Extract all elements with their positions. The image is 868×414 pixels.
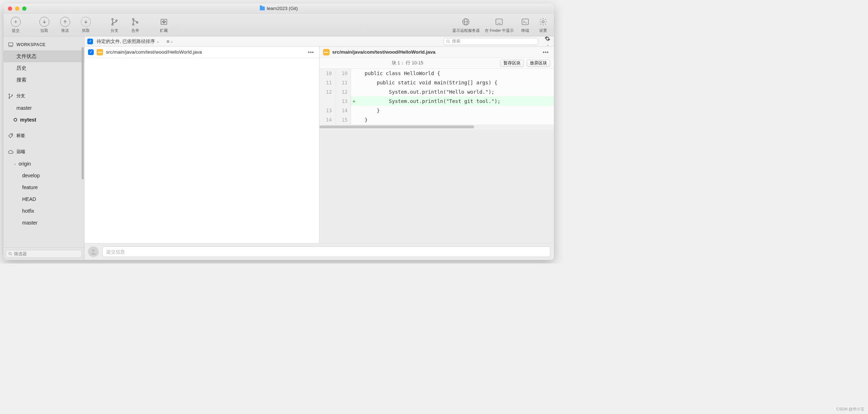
branch-button[interactable]: 分支	[105, 17, 124, 33]
chevron-down-icon: ⌄	[156, 39, 159, 43]
old-line-number: 14	[320, 115, 335, 124]
code-text: public class HelloWorld {	[357, 69, 554, 78]
push-button[interactable]: 推送	[56, 17, 74, 33]
sidebar-branch-mytest[interactable]: mytest	[4, 114, 84, 125]
code-text: }	[357, 106, 554, 115]
old-line-number: 10	[320, 69, 335, 78]
sidebar-remote-feature[interactable]: feature	[4, 181, 84, 193]
stage-hunk-button[interactable]: 暂存区块	[500, 60, 524, 67]
svg-point-5	[112, 18, 113, 20]
commit-message-input[interactable]	[102, 246, 550, 257]
view-mode-dropdown[interactable]: ≡ ⌄	[166, 39, 173, 44]
diff-line[interactable]: 1111 public static void main(String[] ar…	[320, 78, 554, 87]
search-input[interactable]: 搜索	[444, 38, 538, 45]
filter-settings-button[interactable]: ⌄	[545, 36, 551, 47]
sidebar-filter-input[interactable]	[6, 250, 82, 258]
globe-icon	[461, 17, 471, 27]
show-in-finder-button[interactable]: 在 Finder 中显示	[483, 17, 515, 33]
svg-rect-29	[9, 43, 13, 45]
gear-icon	[545, 36, 550, 41]
diff-line[interactable]: 1314 }	[320, 106, 554, 115]
current-branch-icon	[14, 118, 17, 122]
merge-button[interactable]: 合并	[126, 17, 145, 33]
diff-marker	[351, 115, 357, 124]
show-remote-button[interactable]: 显示远程服务器	[451, 17, 481, 33]
sidebar-remote-develop[interactable]: develop	[4, 169, 84, 181]
discard-hunk-button[interactable]: 放弃区块	[527, 60, 550, 67]
commit-bar	[84, 243, 554, 260]
old-line-number: 12	[320, 87, 335, 97]
pull-button[interactable]: 拉取	[35, 17, 54, 33]
svg-point-28	[542, 21, 544, 23]
svg-point-33	[12, 95, 13, 96]
sidebar-remote-origin[interactable]: ⌄ origin	[4, 158, 84, 169]
sidebar-scrollbar[interactable]	[82, 47, 84, 179]
sidebar-header-remotes[interactable]: 远端	[4, 146, 84, 158]
diff-line[interactable]: 1212 System.out.println("Hello world.");	[320, 87, 554, 97]
svg-point-9	[132, 24, 134, 25]
filter-bar: ✓ 待定的文件, 已依照路径排序 ⌄ ≡ ⌄ 搜索 ⌄	[84, 36, 554, 46]
commit-button[interactable]: 提交	[6, 17, 25, 33]
hunk-header: 块 1： 行 10-15 暂存区块 放弃区块	[320, 58, 554, 69]
diff-marker	[351, 78, 357, 87]
file-list-pane: ✓ ••• src/main/java/com/test/wood/HelloW…	[84, 46, 319, 243]
diff-line[interactable]: 1415 }	[320, 115, 554, 124]
arrow-up-circle-icon	[60, 17, 70, 27]
file-checkbox[interactable]: ✓	[88, 49, 94, 55]
file-actions-button[interactable]: •••	[307, 49, 316, 55]
window-title-text: learn2023 (Git)	[267, 6, 298, 11]
svg-rect-26	[522, 19, 528, 25]
code-text: System.out.println("Test git tool.");	[357, 97, 554, 106]
svg-point-37	[92, 249, 95, 252]
merge-icon	[130, 17, 140, 27]
close-icon[interactable]	[8, 6, 12, 11]
new-line-number: 15	[335, 115, 351, 124]
diff-line[interactable]: 1010 public class HelloWorld {	[320, 69, 554, 78]
diff-file-header: ••• src/main/java/com/test/wood/HelloWor…	[320, 46, 554, 58]
diff-marker	[351, 69, 357, 78]
old-line-number	[320, 97, 335, 106]
sidebar-item-search[interactable]: 搜索	[4, 74, 84, 86]
sidebar-item-file-status[interactable]: 文件状态	[4, 50, 84, 62]
branch-icon	[109, 17, 120, 27]
minimize-icon[interactable]	[15, 6, 19, 11]
sidebar-header-tags[interactable]: 标签	[4, 130, 84, 142]
cloud-icon	[8, 149, 14, 155]
terminal-button[interactable]: 终端	[517, 17, 533, 33]
code-text: System.out.println("Hello world.");	[357, 87, 554, 97]
sort-dropdown[interactable]: 待定的文件, 已依照路径排序 ⌄	[97, 38, 159, 45]
sidebar-branch-master[interactable]: master	[4, 102, 84, 114]
gear-icon	[538, 17, 548, 27]
svg-point-8	[132, 18, 134, 20]
fetch-button[interactable]: 抓取	[77, 17, 95, 33]
diff-pane: ••• src/main/java/com/test/wood/HelloWor…	[319, 46, 554, 243]
sidebar-item-history[interactable]: 历史	[4, 62, 84, 74]
app-window: learn2023 (Git) 提交 拉取 推送 抓取	[4, 4, 554, 260]
stash-button[interactable]: 贮藏	[155, 17, 173, 33]
svg-point-6	[112, 24, 113, 25]
sidebar-remote-head[interactable]: HEAD	[4, 193, 84, 205]
diff-line[interactable]: 13+ System.out.println("Test git tool.")…	[320, 97, 554, 106]
svg-line-36	[449, 42, 450, 43]
diff-body: 1010 public class HelloWorld {1111 publi…	[320, 69, 554, 124]
sidebar-filter	[4, 247, 84, 260]
main: ✓ 待定的文件, 已依照路径排序 ⌄ ≡ ⌄ 搜索 ⌄	[84, 36, 554, 260]
file-row[interactable]: ✓ ••• src/main/java/com/test/wood/HelloW…	[84, 46, 319, 58]
settings-button[interactable]: 设置	[535, 17, 551, 33]
diff-actions-button[interactable]: •••	[541, 49, 550, 55]
file-path: src/main/java/com/test/wood/HelloWorld.j…	[106, 49, 304, 55]
branch-icon	[8, 93, 14, 99]
zoom-icon[interactable]	[22, 6, 26, 11]
sidebar-header-branches[interactable]: 分支	[4, 90, 84, 102]
sidebar-remote-master[interactable]: master	[4, 217, 84, 228]
new-line-number: 12	[335, 87, 351, 97]
svg-point-34	[11, 134, 12, 135]
diff-marker	[351, 106, 357, 115]
folder-icon	[260, 6, 265, 10]
diff-horizontal-scrollbar[interactable]	[320, 124, 554, 129]
select-all-checkbox[interactable]: ✓	[87, 39, 93, 44]
sidebar-remote-hotfix[interactable]: hotfix	[4, 205, 84, 217]
modified-badge-icon: •••	[323, 49, 330, 55]
modified-badge-icon: •••	[97, 49, 103, 55]
sidebar-header-workspace[interactable]: WORKSPACE	[4, 39, 84, 50]
